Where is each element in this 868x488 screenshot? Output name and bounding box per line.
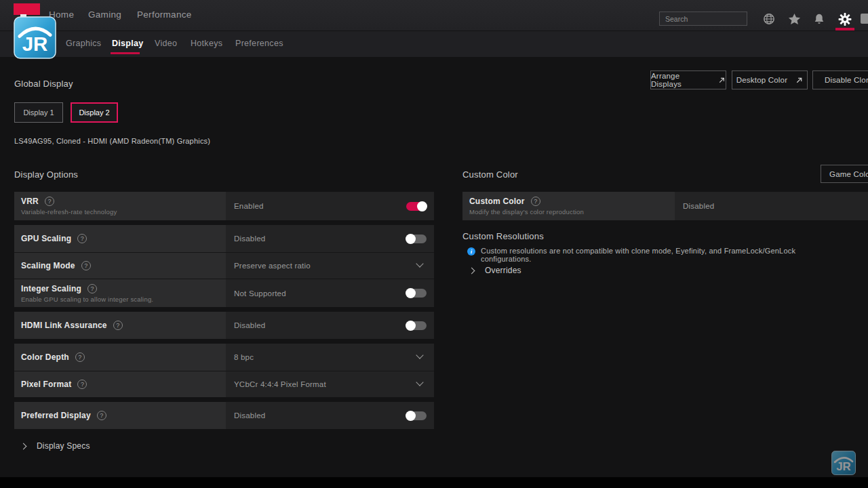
tab-display[interactable]: Display <box>112 39 144 48</box>
preferred-display-value: Disabled <box>234 411 265 420</box>
overrides-expander[interactable]: Overrides <box>469 266 521 275</box>
integer-scaling-subtitle: Enable GPU scaling to allow integer scal… <box>21 296 226 303</box>
integer-scaling-label-cell: Integer Scaling Enable GPU scaling to al… <box>14 279 226 307</box>
vrr-value: Enabled <box>234 202 264 210</box>
letterbox-bar <box>0 477 868 488</box>
external-link-icon <box>718 77 726 84</box>
chevron-down-icon[interactable] <box>416 378 423 386</box>
jr-watermark-logo: JR <box>14 16 56 62</box>
help-icon[interactable] <box>87 284 97 293</box>
display-specs-expander[interactable]: Display Specs <box>21 441 90 451</box>
desktop-color-button[interactable]: Desktop Color <box>732 70 808 89</box>
topnav-item-gaming[interactable]: Gaming <box>88 9 121 20</box>
toggle-knob <box>417 201 427 211</box>
pixel-format-row[interactable]: Pixel Format YCbCr 4:4:4 Pixel Format <box>14 371 434 397</box>
chevron-down-icon[interactable] <box>416 351 423 359</box>
color-depth-row[interactable]: Color Depth 8 bpc <box>14 344 434 371</box>
chevron-right-icon <box>20 443 27 449</box>
chevron-right-icon <box>469 267 475 274</box>
hdmi-link-toggle[interactable] <box>406 321 427 330</box>
hdmi-link-value: Disabled <box>234 321 265 329</box>
custom-resolutions-title: Custom Resolutions <box>462 231 544 241</box>
gpu-scaling-label: GPU Scaling <box>21 234 71 243</box>
settings-active-indicator <box>835 28 854 30</box>
preferred-display-label: Preferred Display <box>21 411 91 420</box>
disable-clone-label: Disable Clone <box>825 76 868 84</box>
search-box[interactable] <box>659 12 747 26</box>
chevron-down-icon[interactable] <box>416 260 423 267</box>
pixel-format-value: YCbCr 4:4:4 Pixel Format <box>234 380 326 388</box>
amd-radeon-logo[interactable] <box>14 3 40 15</box>
vrr-label-cell: VRR Variable-refresh-rate technology <box>14 192 226 220</box>
vrr-subtitle: Variable-refresh-rate technology <box>21 208 226 216</box>
disable-clone-button[interactable]: Disable Clone <box>812 70 868 89</box>
custom-color-row: Custom Color Modify the display's color … <box>462 192 868 220</box>
topnav-item-performance[interactable]: Performance <box>137 9 192 20</box>
display-2-tab[interactable]: Display 2 <box>71 102 118 123</box>
help-icon[interactable] <box>77 380 87 389</box>
vrr-toggle[interactable] <box>406 202 427 211</box>
hdmi-link-label: HDMI Link Assurance <box>21 321 107 330</box>
info-text: Custom resolutions are not compatible wi… <box>481 247 847 263</box>
display-2-label: Display 2 <box>79 108 109 117</box>
scaling-mode-value: Preserve aspect ratio <box>234 262 311 270</box>
scaling-mode-row[interactable]: Scaling Mode Preserve aspect ratio <box>14 252 434 279</box>
custom-color-title: Custom Color <box>462 169 518 180</box>
window-icon[interactable] <box>861 14 868 24</box>
help-icon[interactable] <box>81 261 91 270</box>
display-options-title: Display Options <box>14 169 78 180</box>
pixel-format-value-cell: YCbCr 4:4:4 Pixel Format <box>226 371 434 397</box>
integer-scaling-value-cell: Not Supported <box>226 279 434 307</box>
custom-color-label: Custom Color <box>469 197 525 206</box>
gpu-scaling-label-cell: GPU Scaling <box>14 225 226 252</box>
help-icon[interactable] <box>45 197 54 206</box>
help-icon[interactable] <box>113 321 123 330</box>
search-input[interactable] <box>660 15 757 23</box>
game-color-button[interactable]: Game Color <box>821 165 868 183</box>
hdmi-link-value-cell: Disabled <box>226 312 434 339</box>
color-depth-label-cell: Color Depth <box>14 344 226 371</box>
svg-text:JR: JR <box>22 33 48 55</box>
preferred-display-toggle[interactable] <box>406 411 427 420</box>
gpu-scaling-toggle[interactable] <box>406 235 427 243</box>
custom-color-value-cell: Disabled <box>675 192 868 220</box>
arrange-displays-button[interactable]: Arrange Displays <box>650 70 726 89</box>
tab-preferences[interactable]: Preferences <box>235 39 283 48</box>
preferred-display-value-cell: Disabled <box>226 402 434 429</box>
external-link-icon <box>795 77 803 84</box>
pixel-format-label-cell: Pixel Format <box>14 371 226 397</box>
tab-graphics[interactable]: Graphics <box>66 39 101 48</box>
bell-icon[interactable] <box>812 12 826 26</box>
custom-color-value: Disabled <box>683 202 714 210</box>
desktop-color-label: Desktop Color <box>736 76 787 84</box>
integer-scaling-toggle[interactable] <box>406 289 427 298</box>
display-tab-active-indicator <box>111 52 140 54</box>
display-1-tab[interactable]: Display 1 <box>14 102 63 123</box>
star-icon[interactable] <box>787 12 801 26</box>
help-icon[interactable] <box>531 197 540 206</box>
tab-hotkeys[interactable]: Hotkeys <box>191 39 222 48</box>
global-display-title: Global Display <box>14 79 73 89</box>
gpu-scaling-value-cell: Disabled <box>226 225 434 252</box>
toggle-knob <box>406 288 416 298</box>
help-icon[interactable] <box>97 411 106 420</box>
vrr-label: VRR <box>21 197 39 206</box>
toggle-knob <box>406 411 416 421</box>
display-1-label: Display 1 <box>23 108 54 117</box>
display-options-list: VRR Variable-refresh-rate technology Ena… <box>14 192 434 434</box>
preferred-display-row: Preferred Display Disabled <box>14 402 434 429</box>
vrr-row: VRR Variable-refresh-rate technology Ena… <box>14 192 434 220</box>
gpu-scaling-value: Disabled <box>234 235 265 243</box>
pixel-format-label: Pixel Format <box>21 380 71 389</box>
integer-scaling-row: Integer Scaling Enable GPU scaling to al… <box>14 279 434 307</box>
integer-scaling-value: Not Supported <box>234 289 286 298</box>
gear-icon[interactable] <box>838 12 852 26</box>
tab-video[interactable]: Video <box>155 39 177 48</box>
display-specs-label: Display Specs <box>37 441 90 451</box>
integer-scaling-label: Integer Scaling <box>21 284 81 293</box>
custom-color-subtitle: Modify the display's color reproduction <box>469 208 675 216</box>
help-icon[interactable] <box>77 234 87 243</box>
preferred-display-label-cell: Preferred Display <box>14 402 226 429</box>
globe-icon[interactable] <box>762 12 776 26</box>
help-icon[interactable] <box>75 352 85 362</box>
